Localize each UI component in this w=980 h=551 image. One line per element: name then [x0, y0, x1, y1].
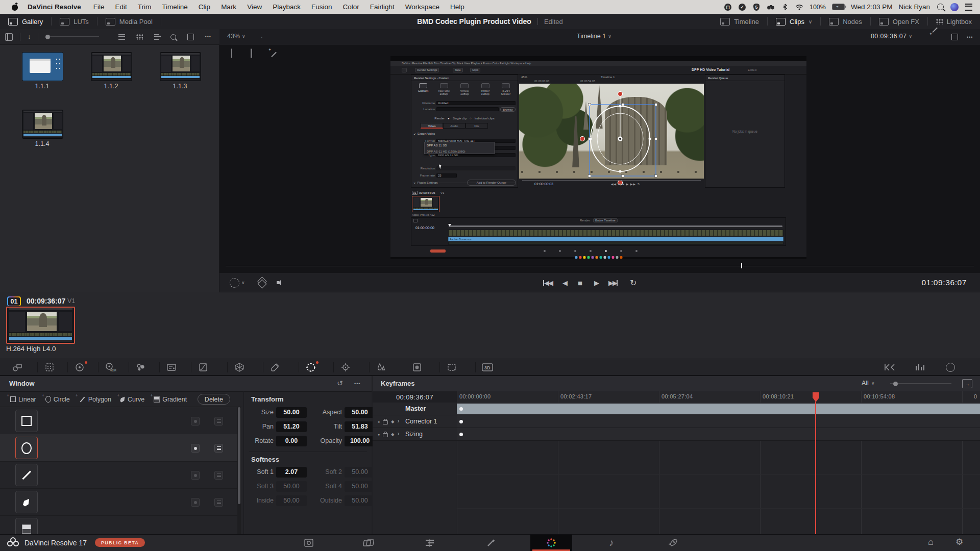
unmix-icon[interactable] — [258, 273, 266, 292]
camera-raw-icon[interactable] — [5, 359, 30, 375]
circle-window-icon[interactable] — [15, 437, 38, 459]
menu-color[interactable]: Color — [342, 3, 359, 11]
keyframes-ruler[interactable]: 00:00:00:00 00:02:43:17 00:05:27:04 00:0… — [457, 391, 980, 403]
window-list-scrollbar[interactable] — [237, 407, 241, 534]
reset-icon[interactable]: ↺ — [337, 379, 343, 387]
tool-polygon[interactable]: +Polygon — [79, 396, 111, 403]
viewer-timecode[interactable]: 00:09:36:07 ∨ — [871, 33, 912, 40]
page-cut[interactable] — [348, 535, 390, 551]
track-label-sizing[interactable]: ● ◆ › Sizing — [373, 428, 457, 441]
shape-row-polygon[interactable] — [0, 461, 237, 489]
curve-mask-toggle[interactable] — [214, 498, 223, 507]
still-thumbnail-4[interactable] — [22, 110, 63, 139]
shape-row-linear[interactable] — [0, 407, 237, 435]
mute-icon[interactable] — [277, 273, 285, 292]
keyframe-dot[interactable] — [459, 433, 463, 436]
lock-icon[interactable] — [383, 433, 388, 437]
page-deliver[interactable] — [652, 535, 694, 551]
tracker-icon[interactable] — [333, 359, 358, 375]
soft1-value[interactable]: 2.07 — [276, 467, 307, 478]
polygon-window-icon[interactable] — [15, 464, 38, 486]
menu-timeline[interactable]: Timeline — [162, 3, 188, 11]
linear-invert-toggle[interactable] — [191, 417, 200, 425]
enable-dot-icon[interactable]: ● — [378, 420, 380, 423]
qualifier-icon[interactable] — [263, 359, 287, 375]
menubar-clock[interactable]: Wed 2:03 PM — [851, 3, 893, 11]
menu-fairlight[interactable]: Fairlight — [370, 3, 395, 11]
menu-playback[interactable]: Playback — [273, 3, 301, 11]
window-more-icon[interactable]: ••• — [354, 381, 360, 386]
checkmark-status-icon[interactable]: ✓ — [738, 3, 746, 11]
menu-clip[interactable]: Clip — [199, 3, 210, 11]
still-thumbnail-3[interactable] — [160, 52, 201, 81]
wifi-icon[interactable] — [795, 3, 803, 11]
menu-app-name[interactable]: DaVinci Resolve — [28, 3, 81, 11]
binoculars-icon[interactable] — [767, 3, 775, 11]
tool-curve[interactable]: +Curve — [120, 396, 144, 403]
tab-open-fx[interactable]: Open FX — [871, 14, 927, 29]
key-icon[interactable] — [439, 359, 464, 375]
menu-mark[interactable]: Mark — [221, 3, 236, 11]
expand-chevron-icon[interactable]: › — [397, 417, 399, 424]
opacity-value[interactable]: 100.00 — [345, 436, 375, 446]
keyframe-diamond-icon[interactable]: ◆ — [391, 432, 394, 437]
video-frame[interactable]: DaVinci Resolve File Edit Trim Timeline … — [390, 56, 806, 259]
keyframes-zoom-slider[interactable] — [890, 383, 951, 384]
shield-blocker-icon[interactable]: 5 — [752, 3, 761, 11]
timeline-selector[interactable]: Timeline 1 ∨ — [577, 33, 611, 40]
curve-window-icon[interactable] — [15, 491, 38, 513]
bluetooth-icon[interactable] — [781, 3, 789, 11]
fullscreen-icon[interactable] — [187, 34, 194, 40]
sidebar-toggle-icon[interactable] — [5, 33, 13, 41]
tool-gradient[interactable]: +Gradient — [154, 396, 187, 403]
menubar-user[interactable]: Nick Ryan — [898, 3, 930, 11]
viewer-more-icon[interactable]: ••• — [967, 35, 973, 40]
tab-clips[interactable]: Clips ∨ — [768, 14, 820, 29]
grab-still-icon[interactable]: ↓ — [28, 33, 31, 40]
aspect-value[interactable]: 50.00 — [345, 407, 375, 418]
track-master[interactable] — [457, 403, 980, 415]
rotate-value[interactable]: 0.00 — [276, 436, 307, 446]
linear-mask-toggle[interactable] — [214, 417, 223, 425]
menu-workspace[interactable]: Workspace — [405, 3, 439, 11]
home-icon[interactable]: ⌂ — [928, 537, 934, 547]
highlight-mode-dropdown[interactable]: ∨ — [230, 273, 245, 292]
menu-file[interactable]: File — [93, 3, 105, 11]
wipe-mode-icon[interactable] — [231, 48, 232, 58]
soft2-value[interactable]: 50.00 — [345, 467, 375, 478]
pan-value[interactable]: 51.20 — [276, 421, 307, 432]
hdr-wheels-icon[interactable]: HDR — [98, 359, 122, 375]
scopes-icon[interactable] — [908, 359, 932, 375]
polygon-mask-toggle[interactable] — [214, 471, 223, 480]
keyframes-filter[interactable]: All ∨ — [862, 380, 875, 387]
grid-view-icon[interactable] — [136, 34, 143, 40]
page-fairlight[interactable]: ♪ — [591, 535, 632, 551]
outside-value[interactable]: 50.00 — [345, 495, 375, 506]
curves-icon[interactable] — [191, 359, 215, 375]
color-wheels-icon[interactable] — [67, 359, 92, 375]
split-wipe-icon[interactable] — [251, 48, 252, 58]
play-button[interactable]: ▶ — [594, 273, 599, 292]
track-corrector1[interactable] — [457, 415, 980, 428]
screen-record-icon[interactable]: ◻ — [724, 3, 732, 11]
magic-mask-icon[interactable] — [369, 359, 394, 375]
goto-start-button[interactable]: ◀◀ — [543, 273, 552, 292]
viewer-scrubber[interactable] — [226, 266, 974, 266]
keyframe-dot[interactable] — [459, 407, 463, 411]
page-media[interactable] — [288, 535, 330, 551]
color-match-icon[interactable] — [37, 359, 62, 375]
enable-dot-icon[interactable]: ● — [378, 433, 380, 436]
apple-menu-icon[interactable] — [11, 3, 18, 11]
control-center-icon[interactable] — [965, 3, 973, 11]
collapse-palettes-icon[interactable] — [878, 359, 902, 375]
delete-window-button[interactable]: Delete — [198, 394, 230, 405]
motion-effects-icon[interactable] — [159, 359, 184, 375]
blur-icon[interactable] — [405, 359, 429, 375]
track-label-master[interactable]: Master — [373, 403, 457, 415]
clip-number-badge[interactable]: 01 — [7, 296, 21, 306]
loop-button[interactable]: ↻ — [630, 273, 636, 292]
tab-gallery[interactable]: Gallery — [0, 14, 51, 29]
gradient-window-icon[interactable] — [15, 518, 38, 534]
inside-value[interactable]: 50.00 — [276, 495, 307, 506]
rgb-mixer-icon[interactable] — [129, 359, 153, 375]
